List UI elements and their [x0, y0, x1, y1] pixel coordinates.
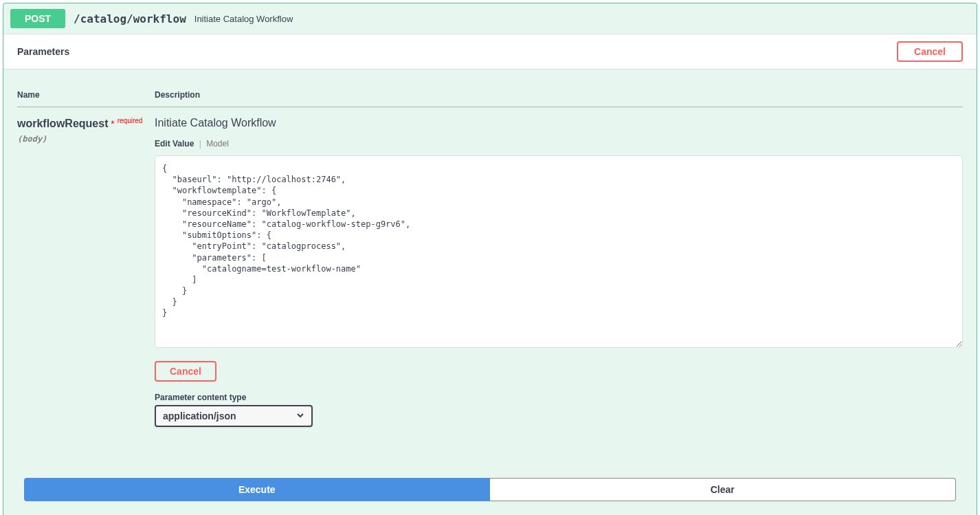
- parameters-table: Name Description workflowRequest * requi…: [17, 83, 963, 437]
- execute-button[interactable]: Execute: [24, 478, 490, 501]
- request-body-editor[interactable]: [155, 155, 963, 348]
- tab-model[interactable]: Model: [206, 139, 229, 149]
- param-description: Initiate Catalog Workflow: [155, 117, 963, 129]
- param-row: workflowRequest * required (body) Initia…: [17, 107, 963, 437]
- endpoint-summary: Initiate Catalog Workflow: [194, 14, 293, 24]
- required-label: required: [118, 117, 143, 124]
- tab-separator: |: [199, 139, 201, 149]
- content-type-select[interactable]: application/json: [155, 405, 313, 427]
- required-star-icon: *: [111, 118, 114, 129]
- col-header-name: Name: [17, 83, 155, 107]
- param-name: workflowRequest: [17, 118, 108, 129]
- parameters-body: Name Description workflowRequest * requi…: [3, 69, 977, 450]
- operation-panel: POST /catalog/workflow Initiate Catalog …: [3, 3, 977, 515]
- content-type-block: Parameter content type application/json: [155, 393, 963, 427]
- tab-edit-value[interactable]: Edit Value: [155, 139, 194, 149]
- content-type-label: Parameter content type: [155, 393, 963, 402]
- col-header-description: Description: [155, 83, 963, 107]
- cancel-body-button[interactable]: Cancel: [155, 361, 216, 382]
- method-badge: POST: [10, 9, 65, 28]
- operation-header[interactable]: POST /catalog/workflow Initiate Catalog …: [3, 3, 977, 34]
- parameters-bar: Parameters Cancel: [3, 34, 977, 69]
- cancel-button[interactable]: Cancel: [897, 41, 963, 62]
- body-tabs: Edit Value | Model: [155, 139, 963, 149]
- clear-button[interactable]: Clear: [490, 478, 957, 501]
- parameters-title: Parameters: [17, 46, 69, 57]
- endpoint-path: /catalog/workflow: [74, 12, 186, 25]
- action-buttons: Execute Clear: [3, 478, 977, 515]
- param-in: (body): [17, 134, 155, 144]
